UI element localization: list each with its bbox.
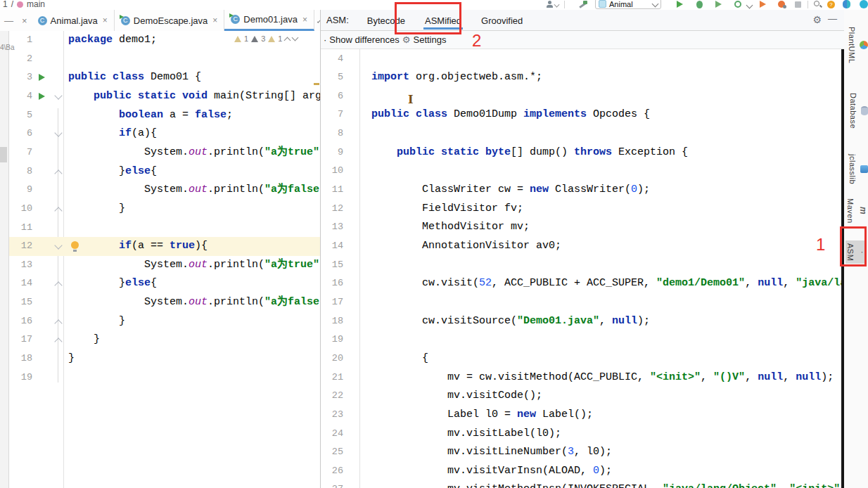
branch-name[interactable]: main bbox=[27, 0, 45, 9]
fold-icon[interactable] bbox=[54, 241, 62, 249]
code-line[interactable]: 17 } bbox=[0, 330, 320, 349]
close-icon[interactable]: × bbox=[212, 15, 217, 25]
code-line[interactable]: 19 bbox=[0, 368, 320, 387]
run-configuration-select[interactable]: Animal bbox=[595, 0, 661, 9]
line-number[interactable]: 14 bbox=[321, 237, 343, 256]
code-line[interactable]: 20 { bbox=[321, 349, 842, 368]
fold-icon[interactable] bbox=[54, 129, 62, 137]
line-number[interactable]: 5 bbox=[321, 68, 343, 87]
user-icon[interactable] bbox=[546, 0, 556, 9]
shield-icon[interactable] bbox=[843, 0, 850, 9]
breadcrumb-item[interactable]: 1 bbox=[3, 0, 8, 9]
fold-icon[interactable] bbox=[54, 319, 62, 327]
code-line[interactable]: 5 boolean a = false; bbox=[0, 106, 320, 125]
line-number[interactable]: 25 bbox=[321, 443, 343, 462]
line-number[interactable]: 22 bbox=[321, 387, 343, 406]
code-line[interactable]: 10 bbox=[321, 162, 842, 181]
code-line[interactable]: 23 Label l0 = new Label(); bbox=[321, 406, 842, 425]
code-line[interactable]: 13 System.out.println("a为true"); bbox=[0, 256, 320, 275]
line-number[interactable]: 20 bbox=[321, 349, 343, 368]
code-line[interactable]: 16 } bbox=[0, 312, 320, 331]
line-number[interactable]: 12 bbox=[321, 200, 343, 219]
tool-button-asm[interactable]: · ASM bbox=[845, 240, 867, 264]
code-line[interactable]: 17 bbox=[321, 293, 842, 312]
code-line[interactable]: 15 System.out.println("a为false"); bbox=[0, 293, 320, 312]
code-line[interactable]: 22 mv.visitCode(); bbox=[321, 387, 842, 406]
profiler-settings-button[interactable] bbox=[778, 0, 785, 9]
code-line[interactable]: 8 }else{ bbox=[0, 162, 320, 181]
tool-button-maven[interactable]: m Maven bbox=[844, 198, 868, 224]
line-number[interactable]: 17 bbox=[321, 293, 343, 312]
code-line[interactable]: 21 mv = cw.visitMethod(ACC_PUBLIC, "<ini… bbox=[321, 368, 842, 387]
code-line[interactable]: 9 public static byte[] dump() throws Exc… bbox=[321, 143, 842, 162]
line-number[interactable]: 11 bbox=[321, 181, 343, 200]
settings-link[interactable]: Settings bbox=[414, 34, 447, 45]
code-editor-left[interactable]: 1 3 1 1package demo1;23public class Demo… bbox=[0, 31, 320, 488]
tool-button-plantuml[interactable]: PlantUML bbox=[844, 27, 868, 63]
plugin-swirl-icon[interactable] bbox=[860, 0, 868, 9]
scrollbar-thumb[interactable] bbox=[0, 147, 7, 162]
minimize-icon[interactable]: — bbox=[828, 13, 837, 24]
code-line[interactable]: 4 public static void main(String[] args)… bbox=[0, 87, 320, 106]
code-line[interactable]: 11 bbox=[0, 219, 320, 238]
line-number[interactable]: 21 bbox=[321, 368, 343, 387]
line-number[interactable]: 4 bbox=[321, 50, 343, 69]
line-number[interactable]: 7 bbox=[321, 105, 343, 124]
help-icon[interactable]: ? bbox=[827, 0, 835, 9]
asm-tab-asmified[interactable]: ASMified bbox=[423, 11, 463, 30]
code-line[interactable]: 12 FieldVisitor fv; bbox=[321, 200, 842, 219]
code-line[interactable]: 12 if(a == true){ bbox=[0, 237, 320, 256]
gear-icon[interactable]: ⚙ bbox=[812, 14, 822, 25]
code-line[interactable]: 10 } bbox=[0, 200, 320, 219]
line-number[interactable]: 13 bbox=[321, 218, 343, 237]
run-icon[interactable] bbox=[39, 74, 45, 81]
run-button[interactable] bbox=[677, 0, 683, 9]
line-number[interactable]: 23 bbox=[321, 406, 343, 425]
code-line[interactable]: 11 ClassWriter cw = new ClassWriter(0); bbox=[321, 181, 842, 200]
code-line[interactable]: 25 mv.visitLineNumber(3, l0); bbox=[321, 443, 842, 462]
close-icon[interactable]: × bbox=[22, 15, 27, 26]
rerun-chevron-icon[interactable] bbox=[746, 2, 753, 9]
asm-tab-bytecode[interactable]: Bytecode bbox=[366, 11, 407, 30]
line-number[interactable]: 16 bbox=[321, 274, 343, 293]
minimize-icon[interactable]: — bbox=[4, 15, 13, 26]
code-line[interactable]: 1package demo1; bbox=[0, 31, 320, 50]
tool-button-database[interactable]: Database bbox=[844, 93, 868, 129]
line-number[interactable]: 18 bbox=[321, 312, 343, 331]
stop-button[interactable] bbox=[795, 0, 801, 9]
profiler-button[interactable] bbox=[760, 0, 766, 9]
search-everywhere-icon[interactable] bbox=[814, 0, 819, 9]
code-line[interactable]: 18 cw.visitSource("Demo01.java", null); bbox=[321, 312, 842, 331]
fold-icon[interactable] bbox=[54, 207, 62, 214]
code-line[interactable]: 9 System.out.println("a为false"); bbox=[0, 181, 320, 200]
asm-tab-groovified[interactable]: Groovified bbox=[480, 11, 524, 30]
fold-icon[interactable] bbox=[54, 338, 62, 346]
tool-button-jclasslib[interactable]: jclasslib bbox=[844, 154, 868, 184]
code-line[interactable]: 24 mv.visitLabel(l0); bbox=[321, 425, 842, 444]
line-number[interactable]: 27 bbox=[321, 480, 343, 488]
line-number[interactable]: 10 bbox=[321, 162, 343, 181]
line-number[interactable]: 19 bbox=[321, 330, 343, 349]
code-line[interactable]: 4 bbox=[321, 50, 842, 69]
code-line[interactable]: 26 mv.visitVarInsn(ALOAD, 0); bbox=[321, 462, 842, 481]
code-line[interactable]: 15 bbox=[321, 256, 842, 275]
code-line[interactable]: 6 bbox=[321, 87, 842, 106]
code-line[interactable]: 2 bbox=[0, 50, 320, 69]
breadcrumb[interactable]: 1 / main bbox=[3, 0, 45, 9]
build-hammer-icon[interactable] bbox=[578, 0, 588, 9]
code-line[interactable]: 19 bbox=[321, 330, 842, 349]
code-line[interactable]: 6 if(a){ bbox=[0, 124, 320, 143]
fold-icon[interactable] bbox=[54, 91, 62, 99]
code-line[interactable]: 3public class Demo01 { bbox=[0, 68, 320, 87]
code-line[interactable]: 13 MethodVisitor mv; bbox=[321, 218, 842, 237]
rerun-button[interactable] bbox=[734, 0, 741, 9]
code-line[interactable]: 8 bbox=[321, 124, 842, 143]
code-line[interactable]: 27 mv.visitMethodInsn(INVOKESPECIAL, "ja… bbox=[321, 480, 842, 488]
line-number[interactable]: 15 bbox=[321, 256, 343, 275]
fold-icon[interactable] bbox=[54, 169, 62, 177]
code-line[interactable]: 18} bbox=[0, 349, 320, 368]
line-number[interactable]: 26 bbox=[321, 462, 343, 481]
show-differences-link[interactable]: Show differences bbox=[329, 34, 400, 45]
code-line[interactable]: 7public class Demo01Dump implements Opco… bbox=[321, 105, 842, 124]
line-number[interactable]: 9 bbox=[321, 143, 343, 162]
